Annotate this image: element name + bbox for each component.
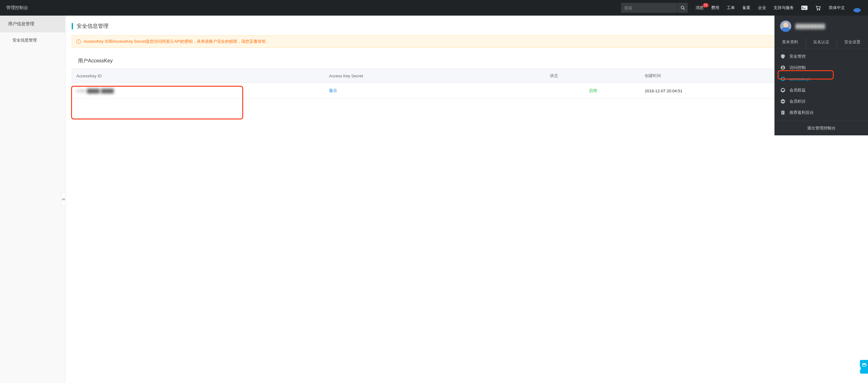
nav-messages-label: 消息 xyxy=(695,5,704,10)
tab-basic-info[interactable]: 基本资料 xyxy=(774,37,806,48)
user-avatar[interactable] xyxy=(852,3,862,12)
panel-item-label: 会员积分 xyxy=(789,98,806,104)
panel-item-affiliate[interactable]: 推荐返利后台 xyxy=(774,107,868,118)
cart-icon xyxy=(815,5,821,10)
panel-item-label: 会员权益 xyxy=(789,87,806,93)
sidebar-item-security-info[interactable]: 安全信息管理 xyxy=(0,32,65,48)
panel-item-accesskeys[interactable]: accesskeys xyxy=(774,73,868,85)
table-row: LTAI ████ ████ 显示 启用 2018-12-07 20:04:51 xyxy=(72,83,862,99)
svg-line-1 xyxy=(683,9,685,10)
warning-alert: ! AccessKey ID和AccessKey Secret是您访问阿里云AP… xyxy=(72,35,862,48)
nav-billing[interactable]: 费用 xyxy=(711,5,719,10)
panel-item-label: accesskeys xyxy=(789,77,810,81)
th-status: 状态 xyxy=(546,69,641,83)
warning-icon: ! xyxy=(76,39,81,44)
tab-realname[interactable]: 实名认证 xyxy=(806,37,837,48)
panel-item-member-points[interactable]: 会员积分 xyxy=(774,96,868,107)
left-sidebar: 用户信息管理 安全信息管理 xyxy=(0,16,65,383)
svg-rect-11 xyxy=(781,77,784,81)
nav-enterprise[interactable]: 企业 xyxy=(758,5,766,10)
user-panel: ████████ 基本资料 实名认证 安全设置 安全管控 访问控制 xyxy=(774,16,868,135)
cell-accesskey-id: LTAI ████ ████ xyxy=(76,89,114,93)
shield-icon xyxy=(780,54,786,59)
crown-icon xyxy=(780,98,786,104)
terminal-icon xyxy=(801,6,807,10)
panel-item-member-benefits[interactable]: 会员权益 xyxy=(774,85,868,96)
svg-point-10 xyxy=(782,66,784,68)
nav-cart[interactable] xyxy=(815,5,821,11)
sidebar-collapse-handle[interactable] xyxy=(61,193,66,206)
panel-username: ████████ xyxy=(796,24,825,29)
search-box xyxy=(621,3,688,13)
search-button[interactable] xyxy=(677,3,688,13)
th-accesskey-id: AccessKey ID xyxy=(72,69,324,83)
nav-terminal[interactable] xyxy=(801,5,807,11)
tab-security-settings[interactable]: 安全设置 xyxy=(837,37,868,48)
doc-icon xyxy=(780,110,786,115)
accesskey-table: AccessKey ID Access Key Secret 状态 创建时间 L… xyxy=(72,69,862,99)
feedback-label: 咨询 · 建议 xyxy=(857,363,862,371)
nav-messages[interactable]: 消息 21 xyxy=(695,5,704,10)
show-secret-link[interactable]: 显示 xyxy=(329,88,337,93)
messages-badge: 21 xyxy=(703,3,709,7)
alert-text: AccessKey ID和AccessKey Secret是您访问阿里云API的… xyxy=(84,39,270,44)
sidebar-title: 用户信息管理 xyxy=(0,16,65,32)
feedback-icon xyxy=(862,363,867,367)
svg-point-5 xyxy=(819,9,820,10)
panel-avatar xyxy=(780,21,791,32)
page-title: 安全信息管理 xyxy=(77,23,108,30)
panel-item-access-control[interactable]: 访问控制 xyxy=(774,62,868,73)
svg-rect-2 xyxy=(801,6,807,10)
collapse-icon xyxy=(62,198,65,201)
nav-tickets[interactable]: 工单 xyxy=(727,5,735,10)
main-content: 安全信息管理 ! AccessKey ID和AccessKey Secret是您… xyxy=(65,16,868,383)
top-navigation: 管理控制台 消息 21 费用 工单 备案 企业 支持与服务 简体中文 xyxy=(0,0,868,16)
th-accesskey-secret: Access Key Secret xyxy=(324,69,546,83)
nav-support[interactable]: 支持与服务 xyxy=(774,5,794,10)
nav-beian[interactable]: 备案 xyxy=(742,5,750,10)
panel-item-label: 访问控制 xyxy=(789,65,806,70)
heart-icon xyxy=(780,87,786,93)
brand-title: 管理控制台 xyxy=(6,5,28,10)
cell-status: 启用 xyxy=(550,88,636,94)
key-icon xyxy=(780,76,786,82)
svg-point-4 xyxy=(817,9,818,10)
section-title: 用户AccessKey xyxy=(65,53,868,69)
logout-button[interactable]: 退出管理控制台 xyxy=(774,121,868,135)
user-icon xyxy=(780,65,786,70)
search-input[interactable] xyxy=(621,3,677,13)
nav-language[interactable]: 简体中文 xyxy=(829,5,845,10)
panel-item-label: 安全管控 xyxy=(789,54,806,59)
svg-point-18 xyxy=(862,363,866,364)
panel-item-security-control[interactable]: 安全管控 xyxy=(774,51,868,62)
search-icon xyxy=(681,6,685,10)
panel-item-label: 推荐返利后台 xyxy=(789,110,814,115)
feedback-tab[interactable]: 咨询 · 建议 xyxy=(860,360,868,374)
svg-point-0 xyxy=(681,6,684,9)
title-accent-bar xyxy=(72,23,73,29)
